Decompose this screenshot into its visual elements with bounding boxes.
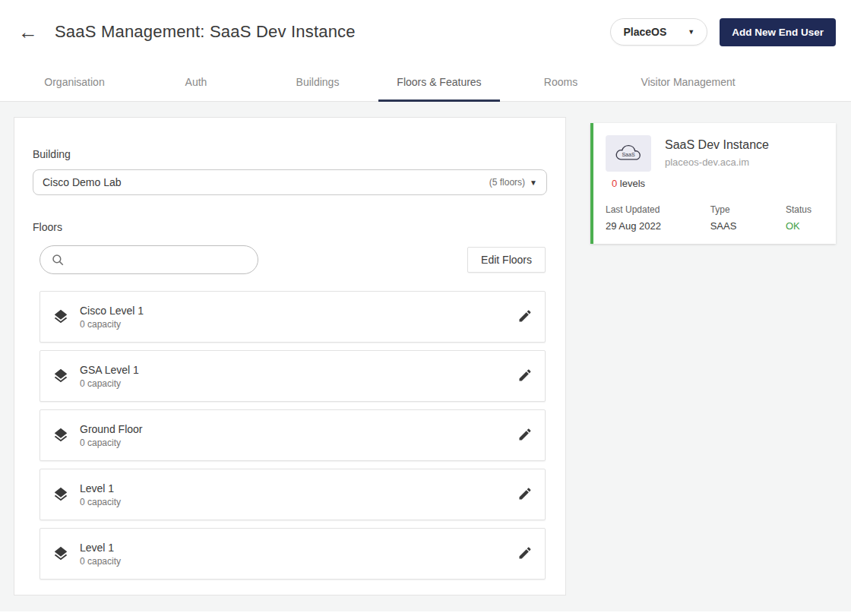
tab-bar: Organisation Auth Buildings Floors & Fea… [0, 64, 851, 102]
floor-name: GSA Level 1 [80, 364, 139, 376]
chevron-down-icon: ▼ [530, 178, 537, 187]
instance-title: SaaS Dev Instance [665, 138, 769, 152]
edit-floor-button[interactable] [517, 545, 533, 563]
header-actions: PlaceOS ▼ Add New End User [610, 18, 836, 46]
org-select[interactable]: PlaceOS ▼ [610, 18, 707, 46]
floor-name: Level 1 [80, 542, 121, 554]
floor-name: Cisco Level 1 [80, 305, 144, 317]
tab-visitor-management[interactable]: Visitor Management [622, 64, 755, 101]
floor-capacity: 0 capacity [80, 556, 121, 567]
instance-domain: placeos-dev.aca.im [665, 156, 769, 168]
search-icon [51, 253, 65, 267]
chevron-down-icon: ▼ [688, 28, 694, 36]
instance-info-card: SaaS 0 levels SaaS Dev Instance placeos-… [590, 123, 836, 244]
org-select-value: PlaceOS [623, 26, 666, 38]
floor-capacity: 0 capacity [80, 319, 144, 330]
meta-status: Status OK [786, 204, 811, 232]
edit-floor-button[interactable] [517, 486, 533, 504]
back-arrow-icon: ← [18, 21, 38, 43]
header: ← SaaS Management: SaaS Dev Instance Pla… [0, 0, 851, 64]
content: Building Cisco Demo Lab (5 floors) ▼ Flo… [0, 102, 851, 611]
back-button[interactable]: ← [18, 22, 38, 42]
floors-toolbar: Edit Floors [33, 245, 547, 274]
levels-count: 0 levels [606, 178, 651, 189]
layers-icon [52, 486, 69, 503]
building-floor-count: (5 floors) [489, 177, 525, 188]
floor-row[interactable]: Level 1 0 capacity [40, 528, 546, 580]
saas-cloud-icon: SaaS [606, 135, 651, 172]
page-title: SaaS Management: SaaS Dev Instance [55, 22, 356, 42]
layers-icon [52, 545, 69, 562]
floor-list: Cisco Level 1 0 capacity GSA Level 1 0 c… [33, 291, 547, 580]
floor-capacity: 0 capacity [80, 378, 139, 389]
floor-row[interactable]: Ground Floor 0 capacity [40, 409, 546, 461]
edit-floor-button[interactable] [517, 368, 533, 385]
type-value: SAAS [710, 220, 737, 232]
building-label: Building [33, 148, 547, 160]
pencil-icon [517, 486, 533, 504]
layers-icon [52, 368, 69, 384]
pencil-icon [517, 427, 533, 444]
floors-panel: Building Cisco Demo Lab (5 floors) ▼ Flo… [14, 117, 566, 595]
last-updated-label: Last Updated [606, 204, 661, 215]
floor-capacity: 0 capacity [80, 497, 121, 507]
floors-label: Floors [33, 221, 547, 233]
floor-row[interactable]: GSA Level 1 0 capacity [40, 350, 546, 402]
floor-search-input[interactable] [71, 254, 247, 266]
status-badge: OK [786, 220, 811, 232]
edit-floors-button[interactable]: Edit Floors [467, 247, 546, 273]
edit-floor-button[interactable] [517, 427, 533, 444]
pencil-icon [517, 368, 533, 385]
layers-icon [52, 308, 69, 325]
levels-count-label: levels [617, 178, 645, 189]
layers-icon [52, 427, 69, 444]
saas-logo-text: SaaS [622, 152, 634, 157]
tab-organisation[interactable]: Organisation [14, 64, 135, 101]
floor-name: Ground Floor [80, 423, 142, 435]
add-new-end-user-button[interactable]: Add New End User [720, 18, 836, 46]
floor-row[interactable]: Cisco Level 1 0 capacity [40, 291, 546, 343]
last-updated-value: 29 Aug 2022 [606, 220, 661, 232]
pencil-icon [517, 308, 533, 326]
building-select[interactable]: Cisco Demo Lab (5 floors) ▼ [33, 169, 547, 195]
tab-rooms[interactable]: Rooms [500, 64, 622, 101]
floor-name: Level 1 [80, 482, 121, 494]
pencil-icon [517, 545, 533, 563]
tab-auth[interactable]: Auth [135, 64, 257, 101]
floor-row[interactable]: Level 1 0 capacity [40, 469, 546, 520]
building-select-value: Cisco Demo Lab [43, 176, 122, 188]
floor-search[interactable] [40, 245, 258, 274]
tab-floors-features[interactable]: Floors & Features [378, 64, 500, 101]
tab-buildings[interactable]: Buildings [257, 64, 378, 101]
meta-last-updated: Last Updated 29 Aug 2022 [606, 204, 661, 232]
type-label: Type [710, 204, 737, 215]
floor-capacity: 0 capacity [80, 438, 142, 448]
instance-meta: Last Updated 29 Aug 2022 Type SAAS Statu… [606, 204, 824, 232]
meta-type: Type SAAS [710, 204, 737, 232]
instance-info-top: SaaS 0 levels SaaS Dev Instance placeos-… [606, 135, 824, 189]
edit-floor-button[interactable] [517, 308, 533, 326]
status-label: Status [786, 204, 811, 215]
